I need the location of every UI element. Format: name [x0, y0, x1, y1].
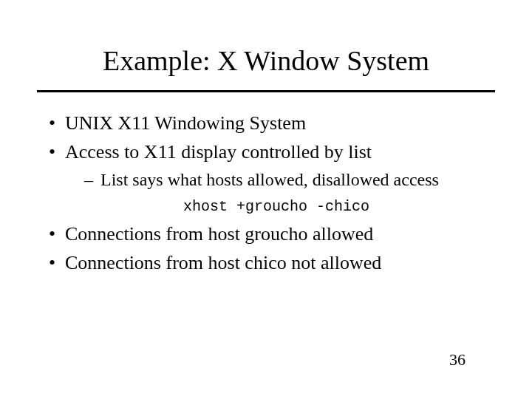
bullet-text: Connections from host chico not allowed	[65, 252, 381, 273]
list-item: Connections from host groucho allowed	[44, 221, 488, 247]
list-item: Connections from host chico not allowed	[44, 250, 488, 276]
slide: Example: X Window System UNIX X11 Window…	[0, 0, 532, 399]
list-item: List says what hosts allowed, disallowed…	[65, 168, 488, 191]
slide-title: Example: X Window System	[0, 0, 532, 84]
slide-body: UNIX X11 Windowing System Access to X11 …	[44, 110, 488, 276]
code-line: xhost +groucho -chico	[65, 197, 488, 216]
bullet-text: UNIX X11 Windowing System	[65, 112, 306, 134]
page-number: 36	[449, 350, 466, 369]
bullet-text: Access to X11 display controlled by list	[65, 141, 372, 163]
sub-bullet-list: List says what hosts allowed, disallowed…	[65, 168, 488, 191]
title-underline	[37, 90, 495, 92]
bullet-list: UNIX X11 Windowing System Access to X11 …	[44, 110, 488, 276]
subbullet-text: List says what hosts allowed, disallowed…	[100, 170, 439, 189]
list-item: Access to X11 display controlled by list…	[44, 139, 488, 216]
bullet-text: Connections from host groucho allowed	[65, 223, 373, 245]
list-item: UNIX X11 Windowing System	[44, 110, 488, 136]
